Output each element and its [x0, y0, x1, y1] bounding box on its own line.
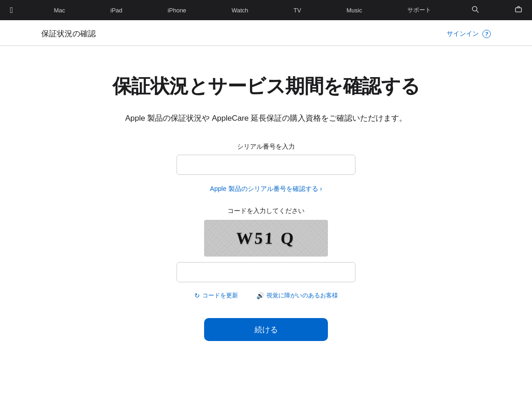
continue-button[interactable]: 続ける [204, 318, 328, 341]
subheader-actions: サインイン ? [447, 30, 491, 38]
help-icon[interactable]: ? [482, 30, 491, 38]
refresh-label: コードを更新 [202, 291, 238, 300]
captcha-input[interactable] [177, 262, 355, 282]
captcha-image: W51 Q [204, 220, 328, 257]
navigation:  Mac iPad iPhone Watch TV Music サポート [0, 0, 532, 20]
captcha-actions: ↻ コードを更新 🔊 視覚に障がいのあるお客様 [194, 291, 338, 300]
nav-item-watch[interactable]: Watch [227, 7, 253, 14]
cart-icon[interactable] [515, 6, 522, 14]
nav-item-support[interactable]: サポート [403, 6, 436, 14]
captcha-group: コードを入力してください W51 Q [177, 207, 355, 282]
apple-logo-icon[interactable]:  [10, 6, 13, 15]
captcha-input-wrap [177, 262, 355, 282]
nav-item-tv[interactable]: TV [289, 7, 306, 14]
signin-link[interactable]: サインイン [447, 30, 479, 38]
page-description: Apple 製品の保証状況や AppleCare 延長保証の購入資格をご確認いた… [125, 112, 407, 124]
main-content: 保証状況とサービス期間を確認する Apple 製品の保証状況や AppleCar… [0, 46, 532, 359]
svg-rect-2 [515, 8, 521, 12]
accessibility-label: 視覚に障がいのあるお客様 [266, 291, 338, 300]
search-icon[interactable] [472, 6, 479, 14]
captcha-label: コードを入力してください [227, 207, 305, 215]
subheader: 保証状況の確認 サインイン ? [0, 20, 532, 46]
speaker-icon: 🔊 [256, 292, 264, 299]
nav-item-iphone[interactable]: iPhone [163, 7, 191, 14]
serial-field-group: シリアル番号を入力 [177, 143, 355, 175]
nav-item-mac[interactable]: Mac [49, 7, 70, 14]
accessibility-audio-button[interactable]: 🔊 視覚に障がいのあるお客様 [256, 291, 338, 300]
page-title: 保証状況の確認 [41, 28, 96, 39]
page-heading: 保証状況とサービス期間を確認する [112, 73, 420, 99]
nav-item-ipad[interactable]: iPad [106, 7, 127, 14]
nav-item-music[interactable]: Music [342, 7, 367, 14]
find-serial-link[interactable]: Apple 製品のシリアル番号を確認する [210, 185, 322, 193]
captcha-text: W51 Q [236, 229, 296, 248]
serial-input[interactable] [177, 155, 355, 175]
svg-line-1 [477, 11, 478, 12]
refresh-icon: ↻ [194, 292, 200, 299]
refresh-captcha-button[interactable]: ↻ コードを更新 [194, 291, 238, 300]
serial-label: シリアル番号を入力 [237, 143, 295, 151]
